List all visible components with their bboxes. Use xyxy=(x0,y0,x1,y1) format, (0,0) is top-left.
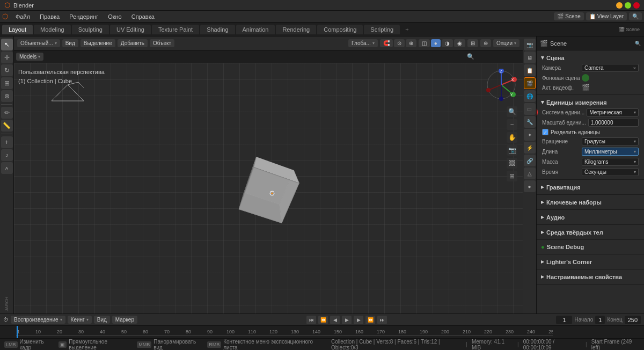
snap-btn[interactable]: 🧲 xyxy=(380,39,393,47)
jump-next-btn[interactable]: ⏩ xyxy=(365,316,375,324)
camera-view-btn[interactable]: 📷 xyxy=(507,145,517,156)
global-dropdown[interactable]: Глоба... ▾ xyxy=(348,39,378,47)
tab-shading[interactable]: Shading xyxy=(200,25,235,34)
prop-icon-object[interactable]: □ xyxy=(524,103,536,115)
custom-props-header[interactable]: ▸ Настраиваемые свойства xyxy=(540,272,641,282)
object-menu[interactable]: Объект xyxy=(150,39,174,47)
prop-icon-output[interactable]: 🖥 xyxy=(524,52,536,63)
tab-layout[interactable]: Layout xyxy=(2,25,33,34)
scene-debug-header[interactable]: ● Scene Debug xyxy=(540,242,641,252)
marker-btn[interactable]: Маркер xyxy=(112,316,137,324)
select-label[interactable]: ▣ Прямоугольное выделение xyxy=(58,339,133,351)
rigid-body-header[interactable]: ▸ Среда твёрдых тел xyxy=(540,227,641,237)
jump-start-btn[interactable]: ⏮ xyxy=(306,316,316,324)
jump-prev-btn[interactable]: ⏪ xyxy=(318,316,328,324)
models-dropdown[interactable]: Models ▾ xyxy=(16,53,43,61)
prop-icon-constraints[interactable]: 🔗 xyxy=(524,155,536,166)
scale-value[interactable]: 1.000000 xyxy=(588,119,639,127)
tab-rendering[interactable]: Rendering xyxy=(276,25,316,34)
object-mode-dropdown[interactable]: Объектный... ▾ xyxy=(17,39,60,47)
prop-icon-modifier[interactable]: 🔧 xyxy=(524,116,536,128)
add-menu[interactable]: Добавить xyxy=(118,39,148,47)
close-button[interactable] xyxy=(633,2,640,9)
tab-uv[interactable]: UV Editing xyxy=(110,25,151,34)
scene-section-header[interactable]: ▾ Сцена xyxy=(540,53,641,63)
current-frame[interactable]: 1 xyxy=(556,316,572,324)
frame-ruler[interactable]: 1 10 20 30 40 50 60 70 80 90 100 110 120… xyxy=(0,325,644,338)
prop-icon-particles[interactable]: ✦ xyxy=(524,129,536,141)
search-input[interactable] xyxy=(475,54,518,60)
pan-label[interactable]: MMB Панорамировать вид xyxy=(137,339,203,351)
panel-search[interactable]: 🔍 xyxy=(635,41,641,46)
tool-annotate[interactable]: ✏ xyxy=(1,107,13,119)
tab-animation[interactable]: Animation xyxy=(236,25,275,34)
next-frame-btn[interactable]: ▶ xyxy=(354,316,363,324)
menu-edit[interactable]: Правка xyxy=(35,12,64,21)
tab-sculpting[interactable]: Sculpting xyxy=(72,25,109,34)
view-menu[interactable]: Вид xyxy=(62,39,78,47)
tool-add[interactable]: + xyxy=(1,136,13,148)
tool-move[interactable]: ✛ xyxy=(1,52,13,63)
timeline-icon[interactable]: ⏱ xyxy=(3,317,9,323)
jump-end-btn[interactable]: ⏭ xyxy=(377,316,387,324)
options-dropdown[interactable]: Опции ▾ xyxy=(493,39,519,47)
tool-arch[interactable]: A xyxy=(1,162,13,174)
menu-render[interactable]: Рендеринг xyxy=(65,12,103,21)
tool-rotate[interactable]: ↻ xyxy=(1,64,13,76)
pan-btn[interactable]: ✋ xyxy=(507,132,517,143)
prop-icon-physics[interactable]: ⚡ xyxy=(524,142,536,154)
menu-window[interactable]: Окно xyxy=(104,12,126,21)
tool-jarch[interactable]: J xyxy=(1,149,13,161)
bg-scene-dot[interactable] xyxy=(582,74,589,82)
tool-scale[interactable]: ⊞ xyxy=(1,77,13,89)
prop-icon-scene[interactable]: 🎬 xyxy=(524,77,536,89)
length-value[interactable]: Миллиметры ▾ xyxy=(582,148,639,156)
units-section-header[interactable]: ▾ Единицы измерения xyxy=(540,97,641,107)
mass-value[interactable]: Kilograms ▾ xyxy=(582,158,639,166)
context-menu-label[interactable]: RMB Контекстное меню экспозиционного лис… xyxy=(207,339,323,351)
keysets-header[interactable]: ▸ Ключевые наборы xyxy=(540,197,641,207)
playback-dropdown[interactable]: Воспроизведение ▾ xyxy=(11,316,65,324)
tool-cursor[interactable]: ↖ xyxy=(1,39,13,50)
camera-clear[interactable]: × xyxy=(633,65,636,71)
tool-transform[interactable]: ⊛ xyxy=(1,90,13,102)
transform-pivot-btn[interactable]: ⊕ xyxy=(406,39,416,47)
tab-modeling[interactable]: Modeling xyxy=(34,25,71,34)
prop-icon-material[interactable]: ● xyxy=(524,180,536,192)
tool-measure[interactable]: 📏 xyxy=(1,120,13,132)
menu-file[interactable]: Файл xyxy=(11,12,34,21)
select-menu[interactable]: Выделение xyxy=(80,39,115,47)
time-value[interactable]: Секунды ▾ xyxy=(582,168,639,176)
viewport-canvas[interactable]: Пользовательская перспектива (1) Collect… xyxy=(14,63,523,313)
material-btn[interactable]: ◑ xyxy=(442,39,453,47)
rotation-value[interactable]: Градусы ▾ xyxy=(582,137,639,145)
wireframe-btn[interactable]: ◫ xyxy=(419,39,430,47)
prop-icon-viewlayer[interactable]: 📋 xyxy=(524,64,536,76)
start-frame[interactable]: 1 xyxy=(595,316,605,324)
play-btn[interactable]: ▶ xyxy=(342,316,352,324)
tab-texture[interactable]: Texture Paint xyxy=(152,25,199,34)
camera-value[interactable]: Camera × xyxy=(582,64,639,72)
scene-selector[interactable]: 🎬Scene xyxy=(554,12,583,20)
minimize-button[interactable] xyxy=(616,2,623,9)
prev-frame-btn[interactable]: ◀ xyxy=(330,316,340,324)
gravity-header[interactable]: ▸ Гравитация xyxy=(540,182,641,192)
search-button[interactable]: 🔍 xyxy=(629,12,642,20)
add-workspace-button[interactable]: + xyxy=(401,25,413,34)
system-value[interactable]: Метрическая ▾ xyxy=(587,108,639,116)
viewport-render-btn[interactable]: 🖼 xyxy=(507,158,517,169)
toggle-overlay-btn[interactable]: ⊞ xyxy=(507,171,517,181)
audio-header[interactable]: ▸ Аудио xyxy=(540,212,641,222)
solid-btn[interactable]: ● xyxy=(431,39,441,47)
split-checkbox[interactable]: ✓ xyxy=(542,129,548,135)
end-frame[interactable]: 250 xyxy=(625,316,641,324)
prop-icon-world[interactable]: 🌐 xyxy=(524,90,536,102)
tab-compositing[interactable]: Compositing xyxy=(317,25,363,34)
axis-widget[interactable]: X Y Z xyxy=(485,69,517,101)
tab-scripting[interactable]: Scripting xyxy=(364,25,400,34)
search-bar[interactable]: 🔍 xyxy=(465,53,521,61)
zoom-in-btn[interactable]: 🔍 xyxy=(507,106,517,117)
prop-icon-render[interactable]: 📷 xyxy=(524,39,536,50)
transform-label[interactable]: LMB Изменить кадр xyxy=(4,339,54,351)
maximize-button[interactable] xyxy=(625,2,631,9)
